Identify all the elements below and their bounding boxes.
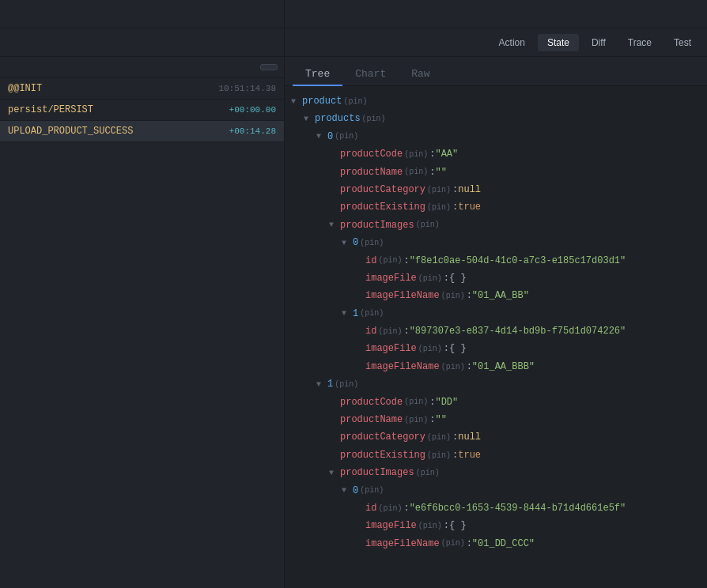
tree-value: true: [458, 199, 481, 215]
tree-line: imageFileName(pin): "01_AA_BB": [285, 287, 707, 304]
tree-line[interactable]: 0(pin): [285, 234, 707, 251]
view-tab-raw[interactable]: Raw: [399, 63, 442, 86]
inspector-panel-header: [0, 0, 285, 28]
pin-label[interactable]: (pin): [343, 95, 367, 108]
pin-label[interactable]: (pin): [362, 112, 386, 126]
pin-label[interactable]: (pin): [378, 254, 402, 267]
action-item[interactable]: persist/PERSIST+00:00.00: [0, 100, 284, 121]
pin-label[interactable]: (pin): [335, 378, 358, 391]
tree-colon: :: [429, 394, 435, 410]
tree-colon: :: [452, 182, 458, 198]
tree-line[interactable]: 1(pin): [285, 375, 707, 393]
tree-line[interactable]: productImages(pin): [285, 464, 707, 481]
pin-label[interactable]: (pin): [335, 130, 358, 143]
action-time: +00:14.28: [229, 126, 276, 136]
tree-value: "AA": [435, 146, 458, 162]
pin-label[interactable]: (pin): [427, 431, 451, 444]
tree-colon: :: [467, 359, 472, 375]
action-item[interactable]: @@INIT10:51:14.38: [0, 78, 284, 100]
tab-test[interactable]: Test: [664, 34, 701, 51]
action-list: @@INIT10:51:14.38persist/PERSIST+00:00.0…: [0, 78, 284, 588]
tree-colon: :: [444, 270, 449, 286]
tree-line: imageFile(pin): { }: [285, 270, 707, 287]
tree-key: imageFile: [365, 341, 417, 356]
tree-key: 0: [327, 129, 333, 145]
tree-key: productCategory: [340, 429, 425, 445]
tree-line[interactable]: 0(pin): [285, 128, 707, 145]
tree-value: "": [435, 412, 446, 428]
filter-input[interactable]: [6, 62, 255, 73]
pin-label[interactable]: (pin): [416, 218, 440, 232]
tree-key: productName: [340, 164, 403, 180]
pin-label[interactable]: (pin): [427, 201, 451, 214]
tab-action[interactable]: Action: [490, 34, 535, 51]
tree-value: true: [458, 447, 481, 463]
tree-line: productExisting(pin): true: [285, 198, 707, 216]
tree-value: "01_AA_BB": [472, 288, 529, 303]
tree-colon: :: [452, 447, 458, 463]
tree-value: { }: [449, 270, 467, 286]
tab-diff[interactable]: Diff: [582, 34, 615, 51]
pin-label[interactable]: (pin): [378, 502, 402, 515]
main-content: @@INIT10:51:14.38persist/PERSIST+00:00.0…: [0, 57, 707, 588]
pin-label[interactable]: (pin): [416, 466, 440, 480]
view-tab-tree[interactable]: Tree: [293, 63, 342, 86]
tree-key: 0: [353, 483, 358, 499]
pin-label[interactable]: (pin): [404, 165, 428, 179]
commit-button[interactable]: [260, 64, 278, 70]
action-name: @@INIT: [8, 83, 42, 94]
tree-arrow-icon: [329, 218, 337, 232]
pin-label[interactable]: (pin): [404, 148, 428, 161]
tab-trace[interactable]: Trace: [618, 34, 661, 51]
tree-key: productCategory: [340, 182, 425, 198]
tree-value: "f8e1c0ae-504d-41c0-a7c3-e185c17d03d1": [410, 253, 626, 269]
pin-label[interactable]: (pin): [404, 413, 428, 427]
left-panel: @@INIT10:51:14.38persist/PERSIST+00:00.0…: [0, 57, 285, 588]
pin-label[interactable]: (pin): [441, 537, 465, 550]
pin-label[interactable]: (pin): [418, 519, 442, 533]
view-tab-chart[interactable]: Chart: [342, 63, 399, 86]
tree-key: productExisting: [340, 199, 425, 215]
second-bar-left: [0, 28, 285, 56]
action-time: +00:00.00: [229, 105, 276, 115]
pin-label[interactable]: (pin): [427, 449, 451, 462]
pin-label[interactable]: (pin): [378, 325, 402, 338]
tree-line: productCategory(pin): null: [285, 181, 707, 198]
tree-line[interactable]: product(pin): [285, 92, 707, 110]
pin-label[interactable]: (pin): [427, 183, 451, 197]
tree-key: products: [315, 111, 361, 126]
action-name: UPLOAD_PRODUCT_SUCCESS: [8, 126, 133, 137]
action-name: persist/PERSIST: [8, 104, 93, 115]
tree-key: imageFileName: [365, 359, 440, 375]
tree-line[interactable]: products(pin): [285, 110, 707, 127]
tree-value: "": [435, 164, 446, 180]
action-item[interactable]: UPLOAD_PRODUCT_SUCCESS+00:14.28: [0, 121, 284, 142]
pin-label[interactable]: (pin): [404, 395, 428, 409]
tree-arrow-icon: [342, 307, 350, 320]
pin-label[interactable]: (pin): [360, 307, 384, 320]
pin-label[interactable]: (pin): [418, 342, 442, 356]
pin-label[interactable]: (pin): [360, 236, 384, 250]
tree-colon: :: [444, 518, 449, 533]
tree-colon: :: [429, 146, 435, 162]
tree-key: id: [365, 323, 376, 339]
tree-value: null: [458, 429, 481, 445]
pin-label[interactable]: (pin): [418, 272, 442, 285]
right-panel: TreeChartRaw product(pin)products(pin)0(…: [285, 57, 707, 588]
tree-key: productImages: [340, 217, 414, 233]
tree-line[interactable]: productImages(pin): [285, 217, 707, 234]
pin-label[interactable]: (pin): [360, 484, 384, 497]
tab-state[interactable]: State: [538, 34, 579, 51]
tree-line: imageFile(pin): { }: [285, 517, 707, 534]
tree-key: imageFile: [365, 270, 417, 286]
tree-arrow-icon: [329, 466, 337, 480]
tree-line: productCode(pin): "DD": [285, 394, 707, 411]
pin-label[interactable]: (pin): [441, 289, 465, 303]
tree-arrow-icon: [342, 236, 350, 250]
tree-line[interactable]: 1(pin): [285, 305, 707, 322]
tree-colon: :: [403, 253, 409, 269]
tree-line: id(pin): "897307e3-e837-4d14-bd9b-f75d1d…: [285, 322, 707, 340]
tree-line: id(pin): "f8e1c0ae-504d-41c0-a7c3-e185c1…: [285, 252, 707, 270]
pin-label[interactable]: (pin): [441, 360, 465, 374]
tree-line[interactable]: 0(pin): [285, 482, 707, 499]
